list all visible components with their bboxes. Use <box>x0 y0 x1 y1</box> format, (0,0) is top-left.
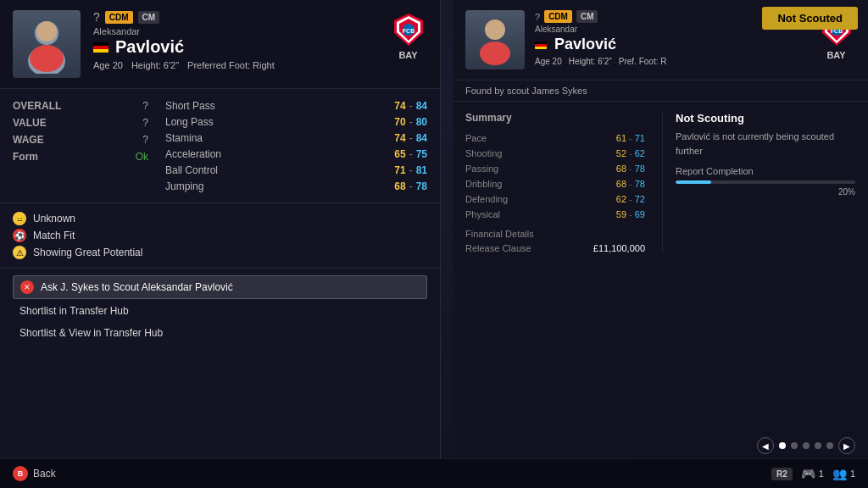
foot-detail: Preferred Foot: Right <box>187 60 275 70</box>
action-icon: ✕ <box>20 280 34 294</box>
right-panel: Not Scouted ? CDM CM Aleksandar Pavlović… <box>453 0 868 488</box>
nav-dot-5[interactable] <box>826 442 833 449</box>
attribute-separator: - <box>409 116 413 128</box>
summary-row: Shooting 52 - 62 <box>465 146 645 161</box>
attribute-values: 74 - 84 <box>394 132 427 144</box>
controller-icon: 🎮 <box>801 467 815 480</box>
nav-dot-2[interactable] <box>791 442 798 449</box>
summary-label: Pace <box>465 133 487 143</box>
release-clause-value: £11,100,000 <box>593 243 645 253</box>
attribute-values: 68 - 78 <box>394 180 427 192</box>
personality-text: Unknown <box>33 213 75 225</box>
nav-dot-4[interactable] <box>815 442 821 449</box>
personality-text: Match Fit <box>33 230 75 241</box>
users-icon: 👥 <box>832 467 847 480</box>
svg-text:FCB: FCB <box>402 28 414 34</box>
player-details: Age 20 Height: 6'2" Preferred Foot: Righ… <box>93 60 376 70</box>
wage-value: ? <box>142 134 148 146</box>
back-icon: B <box>13 466 28 481</box>
range-dash: - <box>629 148 632 158</box>
attribute-separator: - <box>409 164 413 176</box>
nav-dot-3[interactable] <box>803 442 810 449</box>
attribute-label: Ball Control <box>165 164 250 176</box>
range-dash: - <box>629 133 632 143</box>
summary-range: 52 - 62 <box>616 148 645 158</box>
range-dash: - <box>629 164 632 174</box>
attribute-values: 71 - 81 <box>394 164 427 176</box>
attribute-low: 74 <box>394 132 405 144</box>
attribute-separator: - <box>409 148 413 160</box>
bottom-bar: B Back R2 🎮 1 👥 1 <box>0 458 868 488</box>
attribute-values: 74 - 84 <box>394 100 427 112</box>
not-scouting-desc: Pavlović is not currently being scouted … <box>676 130 855 158</box>
value-row: VALUE ? <box>13 114 148 131</box>
range-dash: - <box>629 179 632 189</box>
range-dash: - <box>629 194 632 204</box>
back-label: Back <box>33 468 56 480</box>
wage-row: WAGE ? <box>13 131 148 148</box>
range-high: 69 <box>635 209 645 219</box>
nav-dot-1[interactable] <box>779 442 786 449</box>
action-label: Ask J. Sykes to Scout Aleksandar Pavlovi… <box>41 281 233 293</box>
player-photo <box>13 10 81 78</box>
attribute-high: 84 <box>416 132 427 144</box>
action-label: Shortlist in Transfer Hub <box>19 305 129 317</box>
range-low: 68 <box>616 179 626 189</box>
summary-row: Passing 68 - 78 <box>465 161 645 176</box>
nav-next[interactable]: ▶ <box>838 437 855 454</box>
club-abbreviation: BAY <box>398 50 417 60</box>
right-primary-position: CDM <box>544 10 572 23</box>
attribute-separator: - <box>409 180 413 192</box>
wage-label: WAGE <box>13 134 44 146</box>
value-label: VALUE <box>13 117 47 129</box>
range-low: 62 <box>616 194 626 204</box>
progress-bar <box>676 180 855 184</box>
action-button-1[interactable]: Shortlist in Transfer Hub <box>13 301 427 321</box>
right-secondary-position: CM <box>576 10 598 23</box>
right-height-detail: Height: 6'2" <box>569 57 612 66</box>
summary-rows: Pace 61 - 71 Shooting 52 - 62 Passing 68… <box>465 130 645 222</box>
summary-label: Dribbling <box>465 179 502 189</box>
attribute-high: 75 <box>416 148 427 160</box>
not-scouted-button[interactable]: Not Scouted <box>762 7 858 30</box>
attribute-high: 80 <box>416 116 427 128</box>
player-name-row: Pavlović <box>93 37 376 57</box>
summary-label: Physical <box>465 209 500 219</box>
attribute-row: Ball Control 71 - 81 <box>165 162 427 178</box>
scout-info: Found by scout James Sykes <box>453 80 868 102</box>
attribute-row: Long Pass 70 - 80 <box>165 114 427 130</box>
secondary-position-badge: CM <box>138 11 160 24</box>
summary-row: Defending 62 - 72 <box>465 191 645 207</box>
count1-control: 🎮 1 <box>801 467 824 480</box>
attribute-row: Stamina 74 - 84 <box>165 130 427 146</box>
progress-percentage: 20% <box>676 187 855 197</box>
personality-item: 😐 Unknown <box>13 210 427 227</box>
action-button-2[interactable]: Shortlist & View in Transfer Hub <box>13 323 427 343</box>
scout-report: Summary Pace 61 - 71 Shooting 52 - 62 Pa… <box>453 102 868 263</box>
summary-title: Summary <box>465 112 645 124</box>
player-lastname: Pavlović <box>115 37 184 57</box>
attribute-values: 65 - 75 <box>394 148 427 160</box>
right-age-detail: Age 20 <box>535 57 562 66</box>
nationality-flag <box>93 42 108 53</box>
rating-unknown: ? <box>93 10 100 24</box>
form-label: Form <box>13 151 38 163</box>
personality-icon: ⚽ <box>13 229 26 242</box>
back-button[interactable]: B Back <box>13 466 56 481</box>
range-low: 61 <box>616 133 626 143</box>
value-value: ? <box>142 117 148 129</box>
personality-item: ⚽ Match Fit <box>13 227 427 244</box>
attribute-row: Acceleration 65 - 75 <box>165 146 427 162</box>
financial-title: Financial Details <box>465 229 645 239</box>
attribute-label: Long Pass <box>165 116 250 128</box>
nav-prev[interactable]: ◀ <box>757 437 774 454</box>
action-button-0[interactable]: ✕ Ask J. Sykes to Scout Aleksandar Pavlo… <box>13 275 427 299</box>
action-label: Shortlist & View in Transfer Hub <box>19 327 163 339</box>
summary-row: Physical 59 - 69 <box>465 207 645 222</box>
left-stats: OVERALL ? VALUE ? WAGE ? Form Ok <box>13 97 148 194</box>
not-scouting-section: Not Scouting Pavlović is not currently b… <box>662 112 855 253</box>
not-scouting-title: Not Scouting <box>676 112 855 125</box>
personality-icon: ⚠ <box>13 246 26 259</box>
summary-range: 68 - 78 <box>616 164 645 174</box>
svg-point-2 <box>36 21 57 42</box>
